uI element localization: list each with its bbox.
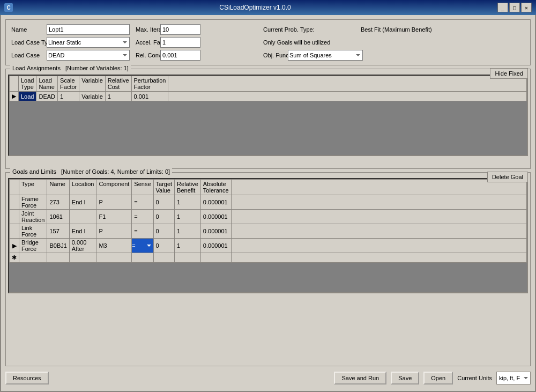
current-prob-label: Current Prob. Type: xyxy=(263,26,358,33)
new-row-target-value[interactable] xyxy=(153,253,175,263)
title-bar-controls: _ □ ✕ xyxy=(497,3,532,12)
cell-target-value: 0 xyxy=(153,239,175,253)
gl-col-sense: Sense xyxy=(132,180,153,195)
cell-spacer xyxy=(231,195,526,210)
cell-spacer xyxy=(231,239,526,253)
load-assignments-content: LoadType Load Name ScaleFactor Variable … xyxy=(8,75,528,156)
title-bar-text: CSiLoadOptimizer v1.0.0 xyxy=(13,4,497,11)
cell-location: End I xyxy=(69,195,96,210)
row-indicator xyxy=(10,195,19,210)
cell-load-name: DEAD xyxy=(36,92,58,101)
max-iter-input[interactable] xyxy=(160,24,200,35)
new-row[interactable]: ✱ xyxy=(10,253,527,263)
cell-type: Frame Force xyxy=(19,195,47,210)
cell-name: B0BJ1 xyxy=(47,239,69,253)
cell-target-value: 0 xyxy=(153,195,175,210)
main-window: Name Max. Iterations Current Prob. Type:… xyxy=(0,15,536,392)
goals-limits-content: Type Name Location Component Sense Targe… xyxy=(8,178,528,293)
new-row-sense[interactable] xyxy=(132,253,153,263)
col-load-name: Load Name xyxy=(36,76,58,92)
cell-sense: = xyxy=(132,210,153,224)
name-input[interactable] xyxy=(47,24,130,35)
cell-location: End I xyxy=(69,224,96,239)
col-spacer xyxy=(168,76,527,92)
obj-function-select[interactable]: Sum of Squares Sum of Abs Values xyxy=(288,50,363,61)
load-assignments-title: Load Assignments [Number of Variables: 1… xyxy=(10,65,131,71)
cell-target-value: 0 xyxy=(153,224,175,239)
maximize-button[interactable]: □ xyxy=(509,3,520,12)
accel-factor-input[interactable] xyxy=(160,37,200,48)
new-row-location[interactable] xyxy=(69,253,96,263)
units-select[interactable]: kip, ft, F kip, in, F N, m, C xyxy=(496,372,531,384)
new-row-relative-benefit[interactable] xyxy=(175,253,201,263)
cell-relative-benefit: 1 xyxy=(175,239,201,253)
rel-conv-tol-input[interactable] xyxy=(160,50,200,61)
row-indicator xyxy=(10,224,19,239)
gl-col-absolute-tolerance: AbsoluteTolerance xyxy=(200,180,231,195)
cell-target-value: 0 xyxy=(153,210,175,224)
cell-location: 0.000 After xyxy=(69,239,96,253)
cell-type: Bridge Force xyxy=(19,239,47,253)
load-case-select[interactable]: DEAD LIVE xyxy=(47,50,130,61)
sense-select[interactable]: =<> xyxy=(132,242,153,249)
name-label: Name xyxy=(11,26,43,33)
new-row-name[interactable] xyxy=(47,253,69,263)
app-icon: C xyxy=(4,3,13,12)
current-units-label: Current Units xyxy=(457,375,492,381)
load-case-type-label: Load Case Type xyxy=(11,39,43,46)
cell-scale-factor: 1 xyxy=(58,92,79,101)
gl-col-type: Type xyxy=(19,180,47,195)
bottom-bar: Resources Save and Run Save Open Current… xyxy=(5,369,531,387)
goals-limits-title: Goals and Limits [Number of Goals: 4, Nu… xyxy=(10,168,172,175)
gl-col-target-value: TargetValue xyxy=(153,180,175,195)
table-row: Link Force 157 End I P = 0 1 0.000001 xyxy=(10,224,527,239)
cell-load-type[interactable]: Load xyxy=(19,92,36,101)
save-and-run-button[interactable]: Save and Run xyxy=(334,372,386,384)
new-row-type[interactable] xyxy=(19,253,47,263)
cell-name: 1061 xyxy=(47,210,69,224)
load-case-type-select[interactable]: Linear Static Nonlinear Static xyxy=(47,37,130,48)
cell-relative-benefit: 1 xyxy=(175,195,201,210)
col-relative-cost: RelativeCost xyxy=(105,76,131,92)
row-indicator: ▶ xyxy=(10,239,19,253)
open-button[interactable]: Open xyxy=(423,372,453,384)
new-row-component[interactable] xyxy=(96,253,132,263)
obj-function-label: Obj. Function Type xyxy=(263,52,285,58)
cell-type: Link Force xyxy=(19,224,47,239)
new-row-spacer xyxy=(231,253,526,263)
col-scale-factor: ScaleFactor xyxy=(58,76,79,92)
cell-absolute-tolerance: 0.000001 xyxy=(200,210,231,224)
cell-component: F1 xyxy=(96,210,132,224)
save-button[interactable]: Save xyxy=(391,372,419,384)
load-assignments-group: Load Assignments [Number of Variables: 1… xyxy=(5,69,531,169)
goals-limits-grid-wrapper: Type Name Location Component Sense Targe… xyxy=(8,178,528,293)
hide-fixed-button[interactable]: Hide Fixed xyxy=(490,68,528,79)
goals-limits-empty-area xyxy=(9,263,527,293)
cell-absolute-tolerance: 0.000001 xyxy=(200,195,231,210)
cell-relative-cost: 1 xyxy=(105,92,131,101)
col-indicator xyxy=(10,76,19,92)
cell-sense[interactable]: =<> xyxy=(132,239,153,253)
cell-sense: = xyxy=(132,224,153,239)
cell-name: 273 xyxy=(47,195,69,210)
cell-sense: = xyxy=(132,195,153,210)
title-bar: C CSiLoadOptimizer v1.0.0 _ □ ✕ xyxy=(0,0,536,15)
cell-relative-benefit: 1 xyxy=(175,210,201,224)
cell-spacer xyxy=(168,92,527,101)
cell-component: P xyxy=(96,195,132,210)
close-button[interactable]: ✕ xyxy=(521,3,532,12)
delete-goal-button[interactable]: Delete Goal xyxy=(487,172,528,182)
cell-spacer xyxy=(231,210,526,224)
new-row-indicator: ✱ xyxy=(10,253,19,263)
minimize-button[interactable]: _ xyxy=(497,3,508,12)
table-row: ▶ Bridge Force B0BJ1 0.000 After M3 =<> … xyxy=(10,239,527,253)
table-row: Joint Reaction 1061 F1 = 0 1 0.000001 xyxy=(10,210,527,224)
gl-col-name: Name xyxy=(47,180,69,195)
cell-name: 157 xyxy=(47,224,69,239)
gl-col-component: Component xyxy=(96,180,132,195)
accel-factor-label: Accel. Factor xyxy=(136,39,157,46)
cell-variable: Variable xyxy=(79,92,106,101)
new-row-absolute-tolerance[interactable] xyxy=(200,253,231,263)
load-assignments-grid-wrapper: LoadType Load Name ScaleFactor Variable … xyxy=(8,75,528,156)
resources-button[interactable]: Resources xyxy=(5,372,49,384)
